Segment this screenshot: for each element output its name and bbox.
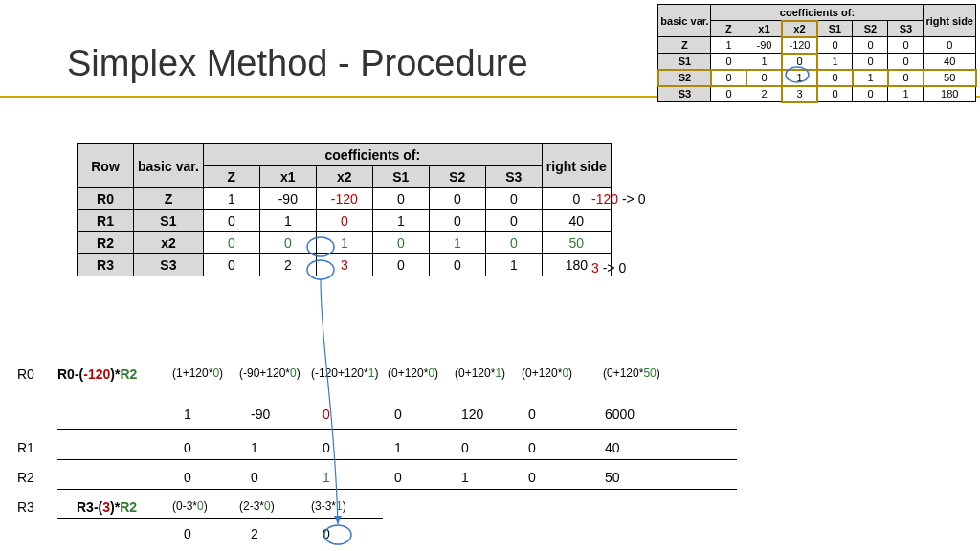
- hr-4: [57, 518, 383, 519]
- table-row: Z 1-90-120000 0: [658, 37, 976, 54]
- page-title: Simplex Method - Procedure: [67, 43, 528, 84]
- cell: 50: [605, 470, 620, 485]
- table-row: R1S1 010100 40: [78, 210, 612, 232]
- table-row: S3 023001 180: [658, 86, 976, 102]
- right-header: right side: [542, 144, 611, 188]
- small-right-header: right side: [924, 5, 976, 37]
- basic-var-header: basic var.: [134, 144, 204, 188]
- note-r0: -120 -> 0: [591, 191, 645, 207]
- lbl-r2: R2: [17, 470, 34, 485]
- table-row: S1 010100 40: [658, 54, 976, 70]
- cell: 0: [184, 526, 191, 541]
- cell: (-120+120*1): [311, 366, 378, 380]
- cell: 0: [528, 407, 536, 422]
- cell: 1: [251, 440, 258, 455]
- lbl-r1: R1: [17, 440, 34, 455]
- lbl-r0: R0: [17, 366, 34, 382]
- cell: (3-3*1): [311, 499, 346, 513]
- hr-2: [57, 459, 737, 460]
- cell: (1+120*0): [172, 366, 223, 380]
- cell: 120: [461, 407, 483, 422]
- coef-header: coefficients of:: [203, 144, 542, 166]
- cell: (0+120*0): [522, 366, 572, 380]
- hr-1: [57, 429, 737, 430]
- row-header: Row: [78, 144, 134, 188]
- cell: (-90+120*0): [239, 366, 301, 380]
- cell: 0: [461, 440, 469, 455]
- table-row: R2x2 001010 50: [78, 232, 612, 254]
- cell: 0: [394, 407, 402, 422]
- cell: 0: [251, 470, 258, 485]
- formula-r3: R3-(3)*R2: [77, 499, 137, 515]
- note-r3: 3 -> 0: [591, 260, 626, 276]
- cell: 2: [251, 526, 258, 541]
- cell: 40: [605, 440, 620, 455]
- cell: 0: [528, 470, 536, 485]
- cell: 1: [323, 470, 330, 485]
- table-row: R3S3 023001 180: [78, 254, 612, 276]
- cell: 6000: [605, 407, 635, 422]
- cell: (0-3*0): [172, 499, 208, 513]
- lbl-r3: R3: [17, 499, 34, 515]
- cell: 0: [528, 440, 536, 455]
- arrow-head-icon: [334, 516, 342, 524]
- cell: (0+120*0): [388, 366, 438, 380]
- main-table: Row basic var. coefficients of: right si…: [77, 143, 612, 276]
- cell: 0: [323, 526, 330, 541]
- cell: (0+120*50): [603, 366, 660, 380]
- cell: -90: [251, 407, 270, 422]
- cell: 0: [323, 407, 330, 422]
- cell: 1: [184, 407, 191, 422]
- cell: 1: [461, 470, 469, 485]
- cell: 0: [394, 470, 402, 485]
- hr-3: [57, 489, 737, 490]
- small-coef-header: coefficients of:: [711, 5, 924, 21]
- cell: (2-3*0): [239, 499, 275, 513]
- table-row: S2 001010 50: [658, 70, 976, 86]
- cell: 0: [184, 440, 191, 455]
- cell: 0: [323, 440, 330, 455]
- small-var-header: basic var.: [658, 5, 711, 37]
- cell: 0: [184, 470, 191, 485]
- table-row: R0Z 1-90-120000 0: [78, 188, 612, 210]
- small-table: basic var. coefficients of: right side Z…: [657, 4, 976, 102]
- formula-r0: R0-(-120)*R2: [57, 366, 137, 382]
- cell: 1: [394, 440, 402, 455]
- cell: (0+120*1): [455, 366, 505, 380]
- arrow-line: [321, 279, 338, 524]
